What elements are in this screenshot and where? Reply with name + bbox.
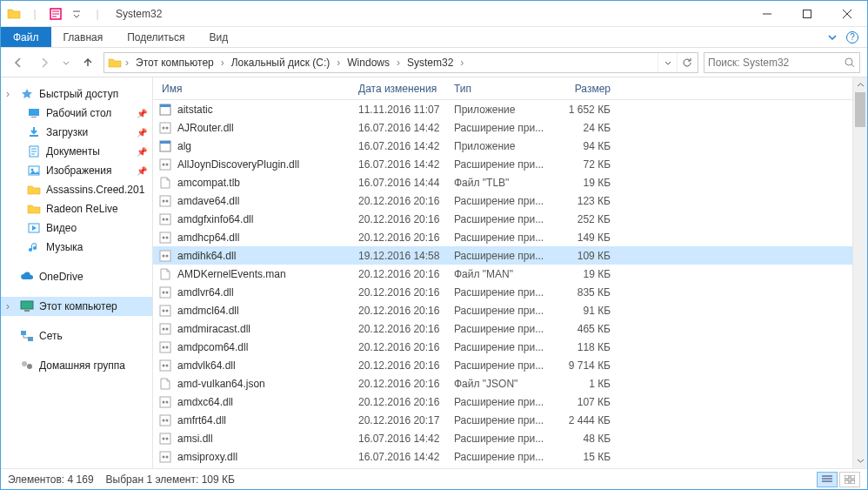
chevron-right-icon[interactable]: › [458,57,465,69]
forward-button[interactable] [34,52,55,73]
column-date[interactable]: Дата изменения [358,83,454,95]
recent-dropdown[interactable] [60,52,72,73]
file-row[interactable]: AMDKernelEvents.man20.12.2016 20:16Файл … [153,265,852,283]
nav-quick-access[interactable]: › Быстрый доступ [1,84,152,104]
svg-point-2 [845,58,852,65]
scroll-track[interactable] [853,92,867,453]
nav-this-pc[interactable]: › Этот компьютер [1,297,152,316]
file-row[interactable]: amdave64.dll20.12.2016 20:16Расширение п… [153,191,852,210]
minimize-button[interactable] [747,1,787,27]
file-row[interactable]: amdmcl64.dll20.12.2016 20:16Расширение п… [153,301,852,319]
ribbon-tab-view[interactable]: Вид [197,27,240,47]
ribbon-tab-file[interactable]: Файл [1,27,51,47]
crumb-thispc[interactable]: Этот компьютер [130,57,219,69]
ribbon-tab-home[interactable]: Главная [51,27,116,47]
search-icon[interactable] [844,57,856,69]
file-row[interactable]: amdgfxinfo64.dll20.12.2016 20:16Расширен… [153,210,852,228]
crumb-system32[interactable]: System32 [402,57,458,69]
nav-quick-item[interactable]: Рабочий стол📌 [1,104,152,123]
file-row[interactable]: amsiproxy.dll16.07.2016 14:42Расширение … [153,447,852,466]
scroll-thumb[interactable] [855,92,865,127]
file-icon [158,377,172,391]
file-row[interactable]: aitstatic11.11.2016 11:07Приложение1 652… [153,100,852,118]
chevron-right-icon[interactable]: › [219,57,226,69]
file-row[interactable]: amdihk64.dll19.12.2016 14:58Расширение п… [153,246,852,265]
chevron-right-icon[interactable]: › [335,57,342,69]
nav-quick-item[interactable]: Музыка [1,238,152,257]
properties-icon[interactable] [46,4,65,23]
ribbon-tab-share[interactable]: Поделиться [115,27,197,47]
nav-quick-item[interactable]: Assassins.Creed.201 [1,180,152,199]
folder-icon [27,202,41,216]
svg-point-58 [166,419,169,421]
nav-onedrive[interactable]: OneDrive [1,267,152,286]
svg-rect-26 [160,196,170,206]
maximize-button[interactable] [787,1,827,27]
nav-quick-item[interactable]: Видео [1,218,152,238]
column-size[interactable]: Размер [548,83,626,95]
column-name[interactable]: Имя [158,83,358,95]
view-icons-button[interactable] [839,472,860,487]
nav-label: Рабочий стол [46,107,111,119]
file-size: 1 КБ [548,378,626,390]
chevron-right-icon[interactable]: › [395,57,402,69]
file-row[interactable]: amsi.dll16.07.2016 14:42Расширение при..… [153,429,852,447]
scroll-up-icon[interactable] [853,77,867,92]
documents-icon [27,144,41,158]
nav-quick-item[interactable]: Radeon ReLive [1,199,152,218]
view-details-button[interactable] [817,472,838,487]
address-bar[interactable]: › Этот компьютер › Локальный диск (C:) ›… [103,52,698,73]
file-name: amdgfxinfo64.dll [177,213,253,225]
svg-rect-5 [30,135,38,137]
nav-homegroup[interactable]: Домашняя группа [1,356,152,375]
file-row[interactable]: amcompat.tlb16.07.2016 14:44Файл "TLB"19… [153,173,852,191]
folder-icon [108,56,122,70]
nav-quick-item[interactable]: Загрузки📌 [1,123,152,142]
file-row[interactable]: amdpcom64.dll20.12.2016 20:16Расширение … [153,338,852,356]
help-icon[interactable]: ? [846,31,858,44]
ribbon-expand-icon[interactable] [827,32,838,43]
svg-point-40 [166,291,169,293]
file-row[interactable]: amdvlk64.dll20.12.2016 20:16Расширение п… [153,356,852,374]
qat-dropdown-icon[interactable] [67,4,86,23]
nav-network[interactable]: Сеть [1,326,152,346]
svg-rect-80 [851,480,855,484]
svg-rect-38 [160,287,170,298]
file-name: AMDKernelEvents.man [177,268,286,280]
address-dropdown[interactable] [658,53,677,72]
file-row[interactable]: amd-vulkan64.json20.12.2016 20:16Файл "J… [153,374,852,393]
file-row[interactable]: AllJoynDiscoveryPlugin.dll16.07.2016 14:… [153,155,852,173]
file-date: 20.12.2016 20:16 [358,305,454,317]
svg-rect-41 [160,305,170,316]
vertical-scrollbar[interactable] [852,77,867,468]
cloud-icon [20,270,34,284]
file-row[interactable]: amdxc64.dll20.12.2016 20:16Расширение пр… [153,393,852,411]
chevron-right-icon[interactable]: › [124,57,130,69]
file-row[interactable]: alg16.07.2016 14:42Приложение94 КБ [153,137,852,155]
close-button[interactable] [827,1,867,27]
file-row[interactable]: amdlvr64.dll20.12.2016 20:16Расширение п… [153,283,852,301]
nav-label: OneDrive [39,271,83,283]
search-input[interactable] [708,57,844,69]
up-button[interactable] [77,52,98,73]
back-button[interactable] [8,52,29,73]
pin-icon: 📌 [137,166,147,176]
file-row[interactable]: amdhcp64.dll20.12.2016 20:16Расширение п… [153,228,852,246]
refresh-button[interactable] [677,53,696,72]
crumb-drive[interactable]: Локальный диск (C:) [226,57,336,69]
file-row[interactable]: AJRouter.dll16.07.2016 14:42Расширение п… [153,118,852,137]
search-box[interactable] [704,52,860,73]
crumb-windows[interactable]: Windows [342,57,395,69]
nav-label: Изображения [46,164,111,177]
nav-quick-item[interactable]: Изображения📌 [1,161,152,180]
file-size: 109 КБ [548,250,626,262]
scroll-down-icon[interactable] [853,453,867,468]
file-date: 16.07.2016 14:42 [358,158,454,171]
column-type[interactable]: Тип [454,83,548,95]
file-date: 20.12.2016 20:17 [358,414,454,426]
nav-quick-item[interactable]: Документы📌 [1,142,152,161]
file-date: 16.07.2016 14:42 [358,433,454,445]
file-row[interactable]: amfrt64.dll20.12.2016 20:17Расширение пр… [153,411,852,429]
file-date: 16.07.2016 14:44 [358,177,454,189]
file-row[interactable]: amdmiracast.dll20.12.2016 20:16Расширени… [153,319,852,338]
